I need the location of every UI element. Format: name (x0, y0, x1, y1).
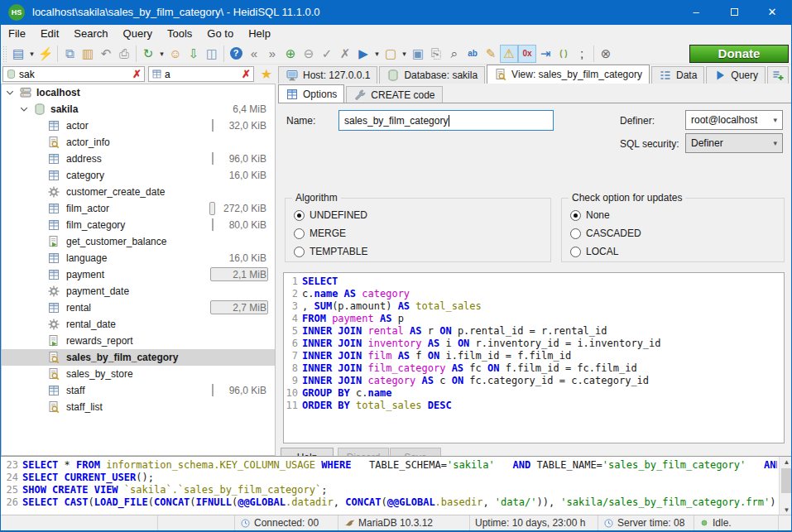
parentheses-icon[interactable]: ( ) (554, 45, 573, 63)
tree-item-address[interactable]: address96,0 KiB (2, 151, 275, 167)
tree-item-localhost[interactable]: localhost (2, 84, 275, 101)
menu-tools[interactable]: Tools (160, 25, 199, 43)
post-edit-icon[interactable]: ✓ (318, 45, 336, 63)
refresh-caret-icon[interactable]: ▾ (157, 45, 166, 63)
first-row-icon[interactable]: « (245, 45, 263, 63)
tree-item-rental[interactable]: rental2,7 MiB (2, 300, 275, 316)
tree-item-staff[interactable]: staff96,0 KiB (2, 382, 275, 399)
menu-edit[interactable]: Edit (33, 25, 66, 43)
semicolon-icon[interactable]: ; (573, 45, 591, 63)
tree-item-sakila[interactable]: sakila6,4 MiB (2, 101, 275, 117)
donate-button[interactable]: Donate (689, 45, 789, 63)
tree-item-rewards_report[interactable]: rewards_report (2, 333, 275, 349)
definer-combobox[interactable]: root@localhost ▾ (685, 110, 783, 130)
hex-view-icon[interactable]: 0x (518, 45, 536, 63)
disconnect-icon[interactable]: ⚡ (36, 45, 55, 63)
radio-button-icon[interactable] (570, 228, 581, 239)
paste-icon[interactable]: ▥ (79, 45, 97, 63)
subtab-options[interactable]: Options (278, 84, 344, 103)
session-caret-icon[interactable]: ▾ (27, 45, 36, 63)
export-rows-icon[interactable]: ⇩ (185, 45, 203, 63)
tree-item-payment_date[interactable]: payment_date (2, 283, 275, 300)
database-filter-input[interactable]: sak ✗ (2, 66, 145, 82)
save-as-icon[interactable]: ⎘ (427, 45, 445, 63)
print-icon[interactable]: ⎙ (115, 45, 133, 63)
save-snippet-icon[interactable]: ◫ (203, 45, 221, 63)
tree-item-film_actor[interactable]: film_actor272,0 KiB (2, 200, 275, 217)
scrollbar-thumb[interactable] (781, 468, 792, 493)
expand-chevron-icon[interactable] (19, 104, 29, 114)
tab-new-query-tab[interactable] (767, 66, 789, 84)
radio-button-icon[interactable] (570, 210, 581, 221)
radio-button-icon[interactable] (294, 210, 305, 221)
radio-local[interactable]: LOCAL (570, 246, 618, 257)
tree-item-actor[interactable]: actor32,0 KiB (2, 117, 275, 134)
radio-button-icon[interactable] (294, 228, 305, 239)
tab-data[interactable]: Data (651, 66, 704, 84)
radio-merge[interactable]: MERGE (294, 228, 346, 239)
tab-query[interactable]: Query (706, 66, 766, 84)
log-scrollbar[interactable]: ▲ ▼ (779, 457, 792, 515)
radio-undefined[interactable]: UNDEFINED (294, 209, 367, 221)
tree-item-staff_list[interactable]: staff_list (2, 399, 275, 415)
undo-icon[interactable]: ↶ (97, 45, 115, 63)
tree-item-language[interactable]: language16,0 KiB (2, 250, 275, 266)
cancel-edit-icon[interactable]: ✗ (336, 45, 354, 63)
tree-item-sales_by_film_category[interactable]: sales_by_film_category (2, 349, 275, 366)
radio-none[interactable]: None (570, 209, 610, 221)
table-filter-input[interactable]: a ✗ (148, 66, 254, 82)
clear-database-filter-button[interactable]: ✗ (130, 68, 144, 80)
tree-item-film_category[interactable]: film_category80,0 KiB (2, 217, 275, 233)
find-icon[interactable]: ⌕ (445, 45, 463, 63)
execute-caret-icon[interactable]: ▾ (372, 45, 382, 63)
tab-database-sakila[interactable]: Database: sakila (379, 66, 485, 84)
tree-item-rental_date[interactable]: rental_date (2, 316, 275, 333)
tree-item-get_customer_balance[interactable]: get_customer_balance (2, 233, 275, 250)
stop-icon[interactable]: ⊗ (597, 45, 615, 63)
subtab-create-code[interactable]: CREATE code (346, 86, 442, 103)
find-replace-icon[interactable]: ab (463, 45, 482, 63)
tree-item-actor_info[interactable]: actor_info (2, 134, 275, 151)
sql-security-combobox[interactable]: Definer ▾ (685, 133, 783, 153)
tab-view-sales-by-film-category[interactable]: View: sales_by_film_category (487, 65, 650, 84)
menu-help[interactable]: Help (241, 25, 278, 43)
delete-row-icon[interactable]: ⊖ (300, 45, 318, 63)
toolbar-grip[interactable] (2, 46, 7, 62)
menu-search[interactable]: Search (66, 25, 115, 43)
tree-item-payment[interactable]: payment2,1 MiB (2, 266, 275, 283)
clear-table-filter-button[interactable]: ✗ (239, 68, 253, 80)
refresh-icon[interactable]: ↻ (139, 45, 157, 63)
reformat-icon[interactable]: ✎ (482, 45, 500, 63)
session-manager-icon[interactable]: ▤ (9, 45, 27, 63)
save-file-icon[interactable]: ▣ (409, 45, 427, 63)
last-row-icon[interactable]: » (263, 45, 281, 63)
scroll-down-icon[interactable]: ▼ (780, 506, 792, 514)
tree-item-category[interactable]: category16,0 KiB (2, 167, 275, 184)
minimize-button[interactable]: – (677, 0, 715, 25)
menu-file[interactable]: File (1, 25, 33, 43)
tab-host-127-0-0-1[interactable]: Host: 127.0.0.1 (278, 66, 377, 84)
view-name-input[interactable]: sales_by_film_category (338, 110, 554, 131)
insert-row-icon[interactable]: ⊕ (281, 45, 300, 63)
radio-button-icon[interactable] (294, 247, 305, 257)
view-sql-editor[interactable]: 1SELECT2c.name AS category3, SUM(p.amoun… (283, 272, 785, 443)
help-icon[interactable]: ? (227, 45, 245, 63)
open-caret-icon[interactable]: ▾ (400, 45, 409, 63)
execute-sql-icon[interactable]: ▶ (354, 45, 372, 63)
scroll-up-icon[interactable]: ▲ (780, 458, 792, 466)
tree-item-sales_by_store[interactable]: sales_by_store (2, 366, 275, 382)
radio-button-icon[interactable] (570, 247, 581, 257)
warnings-icon[interactable]: ⚠ (500, 45, 518, 63)
open-file-icon[interactable]: ▢ (382, 45, 400, 63)
expand-chevron-icon[interactable] (5, 88, 15, 98)
close-button[interactable]: ✕ (753, 0, 791, 25)
copy-icon[interactable]: ⧉ (60, 45, 79, 63)
favorites-filter-button[interactable]: ★ (261, 66, 272, 82)
user-manager-icon[interactable]: ☺ (166, 45, 185, 63)
radio-temptable[interactable]: TEMPTABLE (294, 246, 367, 257)
next-result-icon[interactable]: ⇥ (536, 45, 554, 63)
menu-query[interactable]: Query (116, 25, 160, 43)
tree-item-customer_create_date[interactable]: customer_create_date (2, 184, 275, 200)
maximize-button[interactable] (715, 0, 753, 25)
radio-cascaded[interactable]: CASCADED (570, 228, 641, 239)
